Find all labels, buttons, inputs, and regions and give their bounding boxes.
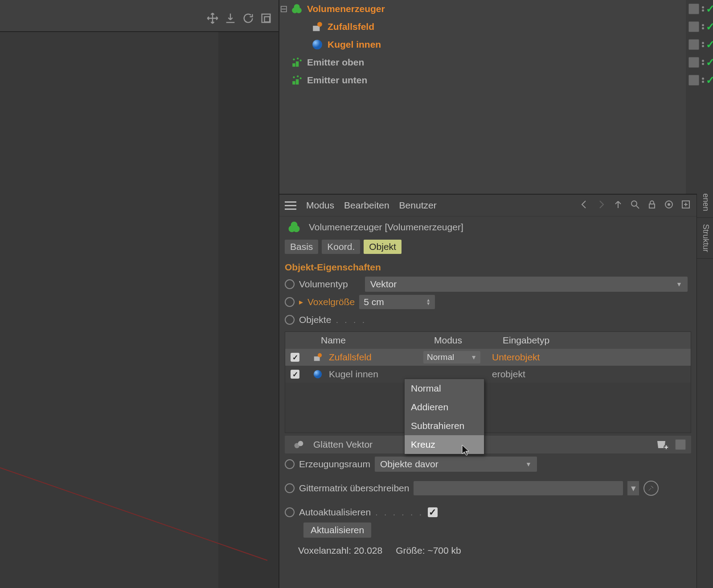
menu-bearbeiten[interactable]: Bearbeiten [344,200,389,211]
enable-checkmark[interactable]: ✓ [706,38,713,51]
anim-dot[interactable] [285,297,295,307]
visibility-dots[interactable] [702,6,704,12]
svg-rect-0 [262,14,270,23]
tab-basis[interactable]: Basis [285,240,318,254]
checkbox-autoaktualisieren[interactable]: ✓ [428,507,438,517]
viewport[interactable] [0,31,279,588]
gittermatrix-dropdown[interactable]: ▾ [627,481,639,495]
input-gittermatrix[interactable] [414,481,623,495]
svg-point-8 [312,40,322,49]
rotate-icon[interactable] [241,11,255,25]
svg-rect-6 [313,26,320,31]
svg-rect-1 [265,17,270,22]
tree-item[interactable]: Zufallsfeld [279,18,685,36]
object-manager: ⊟VolumenerzeugerZufallsfeldKugel innenEm… [279,0,697,195]
anim-dot[interactable] [285,507,295,517]
tag-row: ✓ [686,18,713,36]
enable-checkmark[interactable]: ✓ [706,74,713,86]
enable-checkmark[interactable]: ✓ [706,56,713,69]
prop-gittermatrix: Gittermatrix überschreiben ▾ [285,479,691,497]
eyedropper-icon[interactable] [643,481,659,496]
cursor-icon [461,444,470,456]
attribute-tabs: BasisKoord.Objekt [279,238,697,257]
anim-dot[interactable] [285,315,295,325]
table-row[interactable]: ✓ZufallsfeldNormal ▼Unterobjekt [285,349,691,366]
object-name[interactable]: Emitter unten [305,75,369,86]
layer-checkbox[interactable] [688,21,699,32]
cell-mode[interactable]: Normal ▼ [418,351,487,363]
menu-icon[interactable] [285,201,296,210]
back-icon[interactable] [579,199,590,212]
dropdown-option[interactable]: Addieren [405,398,484,416]
prop-volumentyp: Volumentyp Vektor▼ [285,275,691,293]
svg-point-18 [300,78,302,79]
layer-checkbox[interactable] [688,57,699,68]
object-name[interactable]: Volumenerzeuger [305,4,387,14]
row-checkbox[interactable]: ✓ [291,353,299,362]
anim-dot[interactable] [285,483,295,493]
anim-dot[interactable] [285,279,295,289]
filter-row[interactable]: Glätten Vektor [285,436,691,453]
target-icon[interactable] [664,199,674,212]
sidetab[interactable]: Struktur [697,218,713,259]
tree-item[interactable]: Emitter unten [279,71,685,89]
mode-dropdown: NormalAddierenSubtrahierenKreuz [404,379,484,454]
update-button[interactable]: Aktualisieren [303,523,371,538]
table-row[interactable]: ✓Kugel innenerobjekt [285,366,691,383]
object-name[interactable]: Zufallsfeld [326,21,376,32]
col-modus: Modus [429,335,497,346]
label-voxelgroesse: Voxelgröße [307,297,355,307]
select-volumentyp[interactable]: Vektor▼ [365,277,688,292]
visibility-dots[interactable] [702,42,704,47]
prop-voxelgroesse: ▸ Voxelgröße 5 cm ▲▼ [285,293,691,311]
select-erzeugungsraum[interactable]: Objekte davor▼ [375,457,537,472]
frame-icon[interactable] [259,11,273,25]
cell-name: Zufallsfeld [305,352,418,363]
forward-icon[interactable] [596,199,606,212]
enable-checkmark[interactable]: ✓ [706,20,713,33]
tab-objekt[interactable]: Objekt [364,240,402,254]
expand-icon[interactable]: ▸ [299,297,303,307]
expand-toggle[interactable]: ⊟ [279,4,288,14]
svg-rect-27 [314,356,320,361]
input-voxelgroesse[interactable]: 5 cm ▲▼ [359,295,435,309]
object-name[interactable]: Emitter oben [305,57,366,68]
drop-icon[interactable] [223,11,238,25]
svg-rect-14 [292,81,295,85]
anim-dot[interactable] [285,459,295,469]
volume-builder-icon [287,220,301,234]
search-icon[interactable] [630,199,640,212]
layer-checkbox[interactable] [688,4,699,14]
menu-benutzer[interactable]: Benutzer [399,200,437,211]
add-icon[interactable] [680,199,691,212]
tab-koord.[interactable]: Koord. [322,240,360,254]
dropdown-option[interactable]: Subtrahieren [405,416,484,435]
row-checkbox[interactable]: ✓ [291,370,299,379]
up-icon[interactable] [613,199,623,212]
tag-row: ✓ [686,71,713,89]
dropdown-option[interactable]: Normal [405,379,484,398]
svg-point-22 [668,204,670,205]
layer-checkbox[interactable] [688,75,699,86]
lock-icon[interactable] [647,199,657,212]
col-eingabetyp: Eingabetyp [497,335,691,346]
enable-checkmark[interactable]: ✓ [706,3,713,15]
label-erzeugungsraum: Erzeugungsraum [299,459,370,470]
svg-point-11 [293,58,295,60]
filter-enable-checkbox[interactable] [675,439,686,450]
svg-point-17 [297,75,299,77]
dropdown-option[interactable]: Kreuz [405,435,484,454]
tree-item[interactable]: Emitter oben [279,53,685,71]
object-name[interactable]: Kugel innen [326,39,383,50]
layer-checkbox[interactable] [688,39,699,50]
visibility-dots[interactable] [702,24,704,29]
visibility-dots[interactable] [702,60,704,65]
tree-item[interactable]: Kugel innen [279,36,685,53]
tree-item[interactable]: ⊟Volumenerzeuger [279,0,685,18]
svg-point-31 [298,441,303,446]
move-icon[interactable] [205,11,220,25]
menu-modus[interactable]: Modus [306,200,334,211]
attribute-header: Modus Bearbeiten Benutzer [279,195,697,216]
visibility-dots[interactable] [702,78,704,83]
add-filter-icon[interactable] [656,438,670,451]
